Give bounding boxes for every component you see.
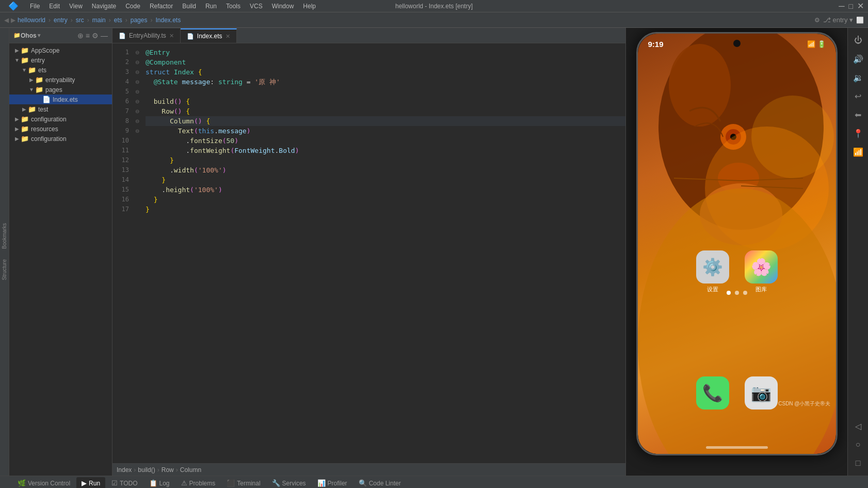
menu-bar: 🔷 File Edit View Navigate Code Refactor … [0, 0, 868, 12]
gallery-flower: 🌸 [751, 257, 771, 277]
bottom-tab-log[interactable]: 📋 Log [144, 477, 175, 489]
bottom-tab-run[interactable]: ▶ Run [76, 477, 105, 489]
project-sidebar: 📁 Ohos ▼ ⊕ ≡ ⚙ — ▶ 📁 AppScope ▼ 📁 [9, 28, 112, 476]
tab-close-index[interactable]: ✕ [226, 33, 230, 40]
bottom-tab-profiler[interactable]: 📊 Profiler [312, 477, 352, 489]
wifi-button[interactable]: 📶 [850, 144, 866, 160]
collapse-icon[interactable]: ≡ [86, 32, 90, 40]
bottom-tab-todo[interactable]: ☑ TODO [106, 477, 142, 489]
breadcrumb-code-row[interactable]: Row [162, 466, 174, 474]
tree-item-entry[interactable]: ▼ 📁 entry [9, 55, 112, 65]
menu-item-run[interactable]: Run [201, 2, 221, 11]
camera-app-icon[interactable]: 📷 [745, 376, 778, 410]
branch-icon[interactable]: ⎇ entry ▾ [823, 16, 853, 24]
tree-arrow-test: ▶ [21, 106, 28, 112]
menu-item-edit[interactable]: Edit [45, 2, 64, 11]
tree-item-appscope[interactable]: ▶ 📁 AppScope [9, 45, 112, 55]
rotate-button[interactable]: ↩ [850, 88, 866, 104]
editor-area: 📄 EntryAbility.ts ✕ 📄 Index.ets ✕ 12345 … [112, 28, 625, 476]
back-nav-button[interactable]: ⬅ [850, 106, 866, 123]
breadcrumb-item-1[interactable]: entry [54, 17, 68, 24]
phone-recent-button[interactable]: □ [850, 455, 866, 471]
folder-icon-configuration1: 📁 [21, 115, 29, 123]
breadcrumb-item-6[interactable]: Index.ets [155, 17, 181, 24]
gallery-app-icon[interactable]: 🌸 [745, 250, 778, 284]
code-line-7: Row() { [146, 106, 625, 116]
code-area[interactable]: @Entry @Component struct Index { @State … [141, 43, 625, 463]
volume-down-button[interactable]: 🔉 [850, 69, 866, 86]
maximize-button[interactable]: □ [849, 2, 853, 10]
phone-call-emoji: 📞 [702, 383, 723, 403]
power-button[interactable]: ⏻ [850, 32, 866, 49]
menu-item-view[interactable]: View [65, 2, 87, 11]
minus-icon[interactable]: — [101, 32, 108, 40]
menu-item-file[interactable]: File [26, 2, 44, 11]
bottom-tab-problems[interactable]: ⚠ Problems [176, 477, 221, 489]
breadcrumb-item-4[interactable]: ets [114, 17, 122, 24]
minimize-button[interactable]: ─ [839, 2, 844, 11]
location-button[interactable]: 📍 [850, 125, 866, 141]
phone-home-button[interactable]: ○ [850, 436, 866, 453]
settings-icon[interactable]: ⚙ [814, 17, 820, 24]
breadcrumb-code-index[interactable]: Index [117, 466, 132, 474]
tab-entryability[interactable]: 📄 EntryAbility.ts ✕ [112, 28, 181, 43]
phone-app-settings[interactable]: ⚙️ 设置 [696, 250, 729, 293]
tree-item-resources[interactable]: ▶ 📁 resources [9, 124, 112, 134]
tree-label-test: test [38, 106, 48, 113]
nav-bar: ◀ ▶ helloworld › entry › src › main › et… [0, 12, 868, 28]
bottom-tab-terminal[interactable]: ⬛ Terminal [221, 477, 265, 489]
breadcrumb-item-0[interactable]: helloworld [18, 17, 45, 24]
close-button[interactable]: ✕ [857, 1, 864, 11]
share-icon[interactable]: ⬜ [856, 17, 864, 24]
phone-app-camera[interactable]: 📷 [745, 376, 778, 410]
breadcrumb-item-5[interactable]: pages [131, 17, 148, 24]
phone-app-phone[interactable]: 📞 [696, 376, 729, 410]
profiler-icon: 📊 [317, 479, 326, 487]
tab-close-entryability[interactable]: ✕ [169, 33, 174, 39]
tree-item-test[interactable]: ▶ 📁 test [9, 104, 112, 114]
phone-app-gallery[interactable]: 🌸 图库 [745, 250, 778, 293]
nav-forward-icon[interactable]: ▶ [11, 17, 15, 24]
nav-back-icon[interactable]: ◀ [4, 17, 9, 24]
folder-icon-test: 📁 [28, 105, 36, 113]
tree-item-index-ets[interactable]: ▶ 📄 Index.ets [9, 95, 112, 104]
phone-home-indicator[interactable] [706, 446, 768, 449]
breadcrumb-item-2[interactable]: src [76, 17, 84, 24]
menu-item-refactor[interactable]: Refactor [146, 2, 177, 11]
tree-label-resources: resources [31, 125, 58, 133]
bottom-tab-services[interactable]: 🔧 Services [267, 477, 311, 489]
menu-item-help[interactable]: Help [299, 2, 320, 11]
terminal-label: Terminal [237, 480, 260, 487]
tree-item-ets[interactable]: ▼ 📁 ets [9, 65, 112, 75]
breadcrumb-code-column[interactable]: Column [180, 466, 201, 474]
tree-item-configuration2[interactable]: ▶ 📁 configuration [9, 134, 112, 144]
settings-app-icon[interactable]: ⚙️ [696, 250, 729, 284]
menu-item-build[interactable]: Build [178, 2, 200, 11]
menu-item-code[interactable]: Code [121, 2, 144, 11]
tree-item-pages[interactable]: ▼ 📁 pages [9, 85, 112, 95]
breadcrumb-code-build[interactable]: build() [138, 466, 155, 474]
structure-label[interactable]: Structure [2, 259, 7, 280]
menu-item-window[interactable]: Window [268, 2, 298, 11]
phone-back-button[interactable]: ◁ [850, 418, 866, 434]
volume-up-button[interactable]: 🔊 [850, 51, 866, 67]
bottom-tab-version-control[interactable]: 🌿 Version Control [12, 477, 75, 489]
folder-icon-configuration2: 📁 [21, 135, 29, 143]
tree-item-configuration1[interactable]: ▶ 📁 configuration [9, 114, 112, 124]
menu-item-navigate[interactable]: Navigate [88, 2, 120, 11]
bottom-tab-code-linter[interactable]: 🔍 Code Linter [353, 477, 406, 489]
phone-screen: 9:19 📶 🔋 [638, 34, 836, 454]
tab-icon-index: 📄 [187, 33, 194, 40]
menu-item-tools[interactable]: Tools [222, 2, 245, 11]
code-line-8: Column() { [146, 116, 625, 126]
menu-item-vcs[interactable]: VCS [246, 2, 267, 11]
phone-call-icon[interactable]: 📞 [696, 376, 729, 410]
sidebar-chevron[interactable]: ▼ [37, 33, 42, 38]
filter-icon[interactable]: ⚙ [92, 32, 99, 40]
tab-index-ets[interactable]: 📄 Index.ets ✕ [181, 28, 237, 43]
bookmarks-label[interactable]: Bookmarks [2, 223, 7, 249]
phone-status-bar: 9:19 📶 🔋 [638, 34, 836, 54]
breadcrumb-item-3[interactable]: main [92, 17, 106, 24]
tree-item-entryability[interactable]: ▶ 📁 entryability [9, 75, 112, 85]
sync-icon[interactable]: ⊕ [77, 32, 84, 40]
